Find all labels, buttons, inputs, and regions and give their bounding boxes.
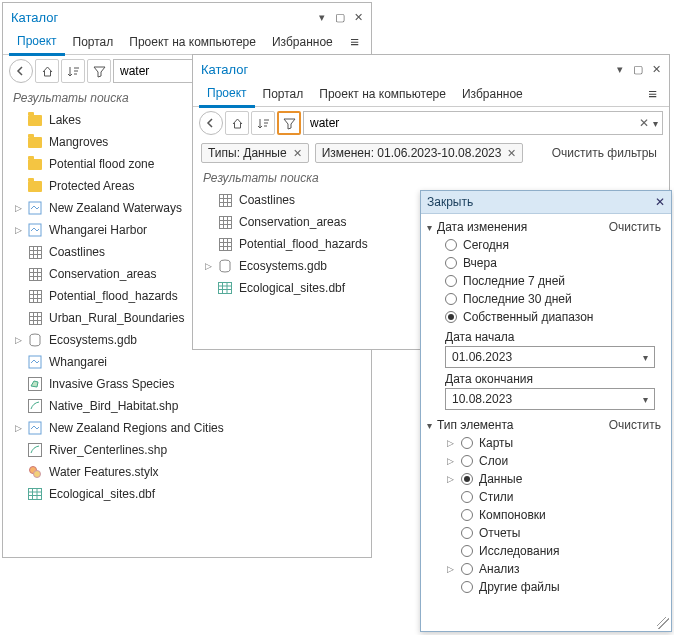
expander-icon[interactable]: ▷ xyxy=(13,423,23,433)
radio-icon xyxy=(461,437,473,449)
radio-icon xyxy=(461,455,473,467)
type-option[interactable]: Исследования xyxy=(427,542,661,560)
expander-icon[interactable]: ▷ xyxy=(445,456,455,466)
expander-icon[interactable]: ▷ xyxy=(445,474,455,484)
chip-remove-icon[interactable]: ✕ xyxy=(507,147,516,160)
resize-grip[interactable] xyxy=(657,617,669,629)
tab-portal[interactable]: Портал xyxy=(255,82,312,106)
dropdown-icon[interactable]: ▾ xyxy=(613,62,627,76)
svg-rect-9 xyxy=(29,400,42,413)
home-button[interactable] xyxy=(35,59,59,83)
tree-item-label: Coastlines xyxy=(47,245,107,259)
close-icon[interactable]: ✕ xyxy=(655,195,665,209)
shapefile-icon xyxy=(28,443,42,457)
search-box[interactable]: ✕ ▾ xyxy=(303,111,663,135)
tab-computer[interactable]: Проект на компьютере xyxy=(311,82,454,106)
expander-icon[interactable]: ▷ xyxy=(203,261,213,271)
type-option[interactable]: ▷Слои xyxy=(427,452,661,470)
expander-icon[interactable]: ▷ xyxy=(13,225,23,235)
tree-item[interactable]: Ecological_sites.dbf xyxy=(7,483,367,505)
tree-item[interactable]: Water Features.stylx xyxy=(7,461,367,483)
home-button[interactable] xyxy=(225,111,249,135)
folder-icon xyxy=(28,137,42,148)
tree-item-label: Lakes xyxy=(47,113,83,127)
tree-item[interactable]: Invasive Grass Species xyxy=(7,373,367,395)
date-option[interactable]: Последние 30 дней xyxy=(427,290,661,308)
tree-item[interactable]: ▷New Zealand Regions and Cities xyxy=(7,417,367,439)
type-group-header[interactable]: ▾ Тип элемента Очистить xyxy=(427,416,661,434)
menu-icon[interactable]: ≡ xyxy=(344,29,365,54)
style-icon xyxy=(28,465,42,479)
layer-icon xyxy=(28,201,42,215)
type-option[interactable]: Компоновки xyxy=(427,506,661,524)
tree-item-label: Potential flood zone xyxy=(47,157,156,171)
dropdown-icon[interactable]: ▾ xyxy=(315,10,329,24)
filter-chip-types[interactable]: Типы: Данные ✕ xyxy=(201,143,309,163)
type-option[interactable]: Отчеты xyxy=(427,524,661,542)
date-option[interactable]: Сегодня xyxy=(427,236,661,254)
type-option[interactable]: ▷Данные xyxy=(427,470,661,488)
back-button[interactable] xyxy=(199,111,223,135)
maximize-icon[interactable]: ▢ xyxy=(333,10,347,24)
end-date-combo[interactable]: 10.08.2023 ▾ xyxy=(445,388,655,410)
sort-button[interactable] xyxy=(251,111,275,135)
tab-project[interactable]: Проект xyxy=(199,81,255,108)
filter-button-highlighted[interactable] xyxy=(277,111,301,135)
date-group-header[interactable]: ▾ Дата изменения Очистить xyxy=(427,218,661,236)
option-label: Карты xyxy=(479,436,513,450)
group-clear-link[interactable]: Очистить xyxy=(609,418,661,432)
tab-project[interactable]: Проект xyxy=(9,29,65,56)
option-label: Компоновки xyxy=(479,508,546,522)
search-dropdown-icon[interactable]: ▾ xyxy=(653,118,658,129)
tab-computer[interactable]: Проект на компьютере xyxy=(121,30,264,54)
tree-item-label: Water Features.stylx xyxy=(47,465,161,479)
option-label: Последние 7 дней xyxy=(463,274,565,288)
tree-item[interactable]: Native_Bird_Habitat.shp xyxy=(7,395,367,417)
chip-remove-icon[interactable]: ✕ xyxy=(293,147,302,160)
type-option[interactable]: Другие файлы xyxy=(427,578,661,596)
menu-icon[interactable]: ≡ xyxy=(642,81,663,106)
svg-rect-16 xyxy=(219,216,231,228)
feature-class-icon xyxy=(219,216,232,229)
filter-icon xyxy=(93,65,106,78)
date-option[interactable]: Последние 7 дней xyxy=(427,272,661,290)
option-label: Сегодня xyxy=(463,238,509,252)
expander-icon[interactable]: ▷ xyxy=(445,564,455,574)
date-option[interactable]: Собственный диапазон xyxy=(427,308,661,326)
tree-item-label: Invasive Grass Species xyxy=(47,377,176,391)
tree-item[interactable]: Whangarei xyxy=(7,351,367,373)
option-label: Стили xyxy=(479,490,514,504)
clear-search-icon[interactable]: ✕ xyxy=(635,116,653,130)
close-icon[interactable]: ✕ xyxy=(649,62,663,76)
expander-icon[interactable]: ▷ xyxy=(13,203,23,213)
group-clear-link[interactable]: Очистить xyxy=(609,220,661,234)
expander-icon[interactable]: ▷ xyxy=(13,335,23,345)
tab-favorites[interactable]: Избранное xyxy=(454,82,531,106)
type-option[interactable]: Стили xyxy=(427,488,661,506)
filter-button[interactable] xyxy=(87,59,111,83)
radio-icon xyxy=(461,581,473,593)
filter-chip-modified[interactable]: Изменен: 01.06.2023-10.08.2023 ✕ xyxy=(315,143,524,163)
clear-filters-link[interactable]: Очистить фильтры xyxy=(548,144,661,162)
svg-rect-4 xyxy=(29,290,41,302)
filter-chip-row: Типы: Данные ✕ Изменен: 01.06.2023-10.08… xyxy=(193,139,669,167)
type-option[interactable]: ▷Анализ xyxy=(427,560,661,578)
type-option[interactable]: ▷Карты xyxy=(427,434,661,452)
radio-icon xyxy=(445,257,457,269)
maximize-icon[interactable]: ▢ xyxy=(631,62,645,76)
date-option[interactable]: Вчера xyxy=(427,254,661,272)
tree-item-label: Potential_flood_hazards xyxy=(237,237,370,251)
tab-favorites[interactable]: Избранное xyxy=(264,30,341,54)
sort-button[interactable] xyxy=(61,59,85,83)
close-icon[interactable]: ✕ xyxy=(351,10,365,24)
layer-icon xyxy=(28,355,42,369)
tree-item-label: Conservation_areas xyxy=(237,215,348,229)
tab-portal[interactable]: Портал xyxy=(65,30,122,54)
start-date-combo[interactable]: 01.06.2023 ▾ xyxy=(445,346,655,368)
feature-class-icon xyxy=(29,312,42,325)
back-button[interactable] xyxy=(9,59,33,83)
search-input[interactable] xyxy=(308,115,635,131)
expander-icon[interactable]: ▷ xyxy=(445,438,455,448)
folder-icon xyxy=(28,181,42,192)
tree-item[interactable]: River_Centerlines.shp xyxy=(7,439,367,461)
